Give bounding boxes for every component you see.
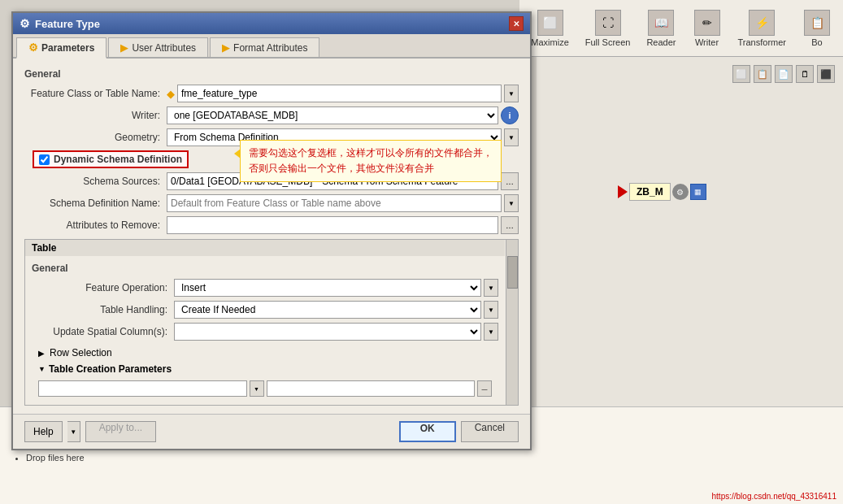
tab-format-attributes[interactable]: ▶ Format Attributes [210,37,319,57]
tab-bar: ⚙ Parameters ▶ User Attributes ▶ Format … [13,34,530,59]
update-spatial-select[interactable] [174,323,481,341]
writer-label: Writer [695,37,719,47]
help-dropdown-button[interactable]: ▼ [67,421,80,442]
feature-class-input[interactable] [177,85,502,102]
bo-label: Bo [811,37,822,47]
row-selection-row[interactable]: ▶ Row Selection [32,345,498,361]
toolbar-reader[interactable]: 📖 Reader [641,7,680,50]
feature-type-dialog: ⚙ Feature Type ✕ ⚙ Parameters ▶ User Att… [11,11,532,450]
parameters-tab-icon: ⚙ [28,41,38,54]
table-creation-params-row[interactable]: ▼ Table Creation Parameters [32,361,498,377]
feature-class-row: Feature Class or Table Name: ◆ ▼ [24,85,519,102]
help-button[interactable]: Help [24,421,63,442]
feature-class-diamond-icon: ◆ [167,88,175,100]
format-attr-tab-icon: ▶ [222,41,230,54]
feature-class-dropdown[interactable]: ▼ [504,85,519,102]
general-section-heading: General [24,68,519,80]
feature-class-control: ◆ ▼ [167,85,519,102]
geometry-dropdown[interactable]: ▼ [504,128,519,146]
table-section-wrapper: Table General Feature Operation: Insert … [24,239,519,406]
table-section-label: Table [32,242,56,254]
table-section-header: Table [25,240,505,256]
dialog-title: ⚙ Feature Type [20,17,100,30]
feature-operation-row: Feature Operation: Insert ▼ [32,279,498,297]
scrollbar-thumb [507,256,518,289]
toolbar-fullscreen[interactable]: ⛶ Full Screen [580,7,636,50]
params-row: ▼ — [32,377,498,400]
canvas-node: ZB_M ⚙ ▦ [618,183,706,201]
tab-user-attributes[interactable]: ▶ User Attributes [108,37,208,57]
bo-icon: 📋 [804,10,830,36]
writer-row: Writer: one [GEODATABASE_MDB] i [24,106,519,124]
toolbar-bo[interactable]: 📋 Bo [797,7,836,50]
schema-def-name-dropdown[interactable]: ▼ [504,194,519,212]
apply-to-button[interactable]: Apply to... [85,421,156,442]
table-creation-expand-icon: ▼ [38,365,46,373]
writer-select[interactable]: one [GEODATABASE_MDB] [167,106,498,124]
annotation-text: 需要勾选这个复选框，这样才可以令所有的文件都合并，否则只会输出一个文件，其他文件… [249,147,493,174]
schema-def-name-input[interactable] [167,194,502,212]
schema-sources-ellipsis[interactable]: … [501,172,519,190]
dialog-footer: Help ▼ Apply to... OK Cancel [13,414,530,449]
feature-operation-control: Insert ▼ [174,279,498,297]
canvas-tool-3[interactable]: 📄 [775,65,793,83]
writer-info-button[interactable]: i [501,106,519,124]
transformer-label: Transformer [738,37,787,47]
writer-label: Writer: [24,110,167,121]
dynamic-schema-label: Dynamic Schema Definition [54,154,182,165]
dialog-titlebar: ⚙ Feature Type ✕ [13,13,530,34]
schema-def-name-row: Schema Definition Name: ▼ [24,194,519,212]
update-spatial-label: Update Spatial Column(s): [32,326,174,337]
canvas-tool-4[interactable]: 🗒 [796,65,814,83]
maximize-icon: ⬜ [537,10,563,36]
table-section-inner: Table General Feature Operation: Insert … [25,240,518,405]
dynamic-schema-checkbox[interactable] [39,154,50,165]
attributes-remove-label: Attributes to Remove: [24,219,167,231]
writer-control: one [GEODATABASE_MDB] i [167,106,519,124]
table-handling-control: Create If Needed ▼ [174,301,498,319]
schema-def-name-label: Schema Definition Name: [24,198,167,209]
dialog-title-icon: ⚙ [20,17,30,30]
scrollbar-track[interactable] [506,240,518,405]
table-handling-select[interactable]: Create If Needed [174,301,481,319]
attributes-remove-input[interactable] [167,216,498,234]
update-spatial-control: ▼ [174,323,498,341]
fullscreen-label: Full Screen [585,37,631,47]
param-input-1[interactable] [38,380,247,397]
row-selection-label: Row Selection [50,347,112,358]
cancel-button[interactable]: Cancel [461,421,519,442]
attributes-remove-row: Attributes to Remove: … [24,216,519,234]
format-attr-tab-label: Format Attributes [233,42,307,54]
feature-operation-dropdown[interactable]: ▼ [484,279,498,297]
toolbar-writer[interactable]: ✏ Writer [688,7,727,50]
reader-label: Reader [646,37,676,47]
canvas-tool-5[interactable]: ⬛ [817,65,835,83]
param-btn-2[interactable]: — [477,380,492,397]
schema-sources-label: Schema Sources: [24,176,167,187]
update-spatial-dropdown[interactable]: ▼ [484,323,498,341]
dialog-close-button[interactable]: ✕ [509,16,524,31]
param-btn-1[interactable]: ▼ [250,380,264,397]
node-table-icon[interactable]: ▦ [690,184,706,200]
fullscreen-icon: ⛶ [595,10,621,36]
toolbar-transformer[interactable]: ⚡ Transformer [733,7,792,50]
feature-operation-select[interactable]: Insert [174,279,481,297]
schema-def-name-control: ▼ [167,194,519,212]
canvas-tool-1[interactable]: ⬜ [732,65,750,83]
canvas-tool-2[interactable]: 📋 [754,65,771,83]
ok-button[interactable]: OK [399,421,456,442]
feature-operation-label: Feature Operation: [32,282,174,293]
attributes-remove-control: … [167,216,519,234]
attributes-remove-ellipsis[interactable]: … [501,216,519,234]
annotation-bubble: 需要勾选这个复选框，这样才可以令所有的文件都合并，否则只会输出一个文件，其他文件… [240,140,502,182]
tab-parameters[interactable]: ⚙ Parameters [16,37,106,59]
dialog-title-text: Feature Type [35,18,100,30]
node-gear-icon[interactable]: ⚙ [672,184,689,200]
table-handling-dropdown[interactable]: ▼ [484,301,498,319]
node-label[interactable]: ZB_M [629,183,671,201]
update-spatial-row: Update Spatial Column(s): ▼ [32,323,498,341]
row-selection-arrow-icon: ▶ [38,349,45,358]
toolbar: ⬜ Maximize ⛶ Full Screen 📖 Reader ✏ Writ… [519,0,843,57]
param-input-2[interactable] [267,380,476,397]
table-creation-label: Table Creation Parameters [49,363,172,375]
